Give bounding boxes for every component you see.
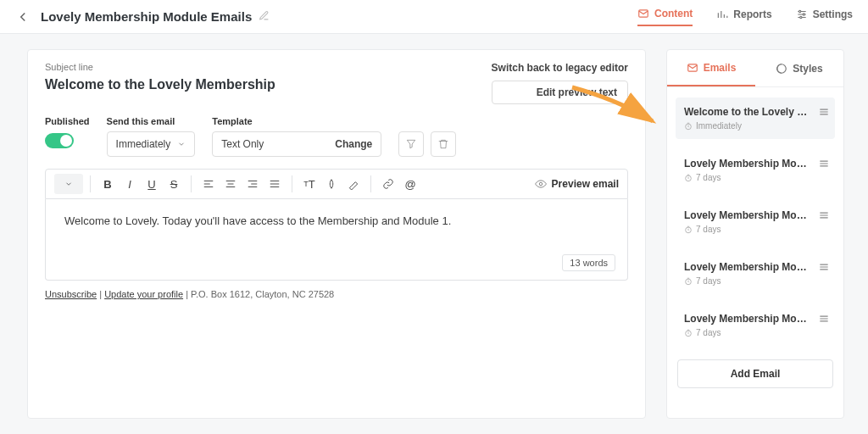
template-label: Template — [212, 116, 381, 126]
paragraph-style-select[interactable] — [54, 174, 83, 194]
email-item[interactable]: Lovely Membership Module 37 days — [676, 201, 835, 242]
template-value: Text Only — [221, 138, 264, 150]
tab-reports-label: Reports — [733, 8, 771, 20]
text-size-button[interactable]: TT — [299, 174, 320, 194]
email-item-title: Lovely Membership Module 4 — [684, 261, 826, 273]
email-body-text: Welcome to Lovely. Today you'll have acc… — [64, 214, 451, 227]
email-item-title: Lovely Membership Module 3 — [684, 209, 826, 221]
side-tab-emails-label: Emails — [704, 62, 737, 74]
topbar: Lovely Membership Module Emails Content … — [0, 0, 868, 34]
drag-handle-icon[interactable] — [818, 106, 830, 120]
svg-point-2 — [803, 13, 804, 14]
send-timing-value: Immediately — [116, 138, 171, 150]
drag-handle-icon[interactable] — [818, 209, 830, 224]
word-count: 13 words — [562, 254, 615, 271]
editor-card: Subject line Welcome to the Lovely Membe… — [27, 49, 646, 419]
side-tab-styles[interactable]: Styles — [755, 50, 843, 86]
unsubscribe-link[interactable]: Unsubscribe — [45, 289, 97, 299]
tab-content-label: Content — [654, 8, 693, 19]
tab-settings[interactable]: Settings — [796, 8, 853, 26]
highlight-button[interactable] — [343, 174, 364, 194]
template-select[interactable]: Text Only Change — [212, 131, 381, 157]
strikethrough-button[interactable]: S — [164, 174, 184, 194]
underline-button[interactable]: U — [142, 174, 162, 194]
italic-button[interactable]: I — [120, 174, 140, 194]
email-item[interactable]: Lovely Membership Module 27 days — [676, 149, 835, 191]
back-arrow-icon[interactable] — [15, 9, 31, 25]
subject-label: Subject line — [45, 62, 492, 72]
align-center-button[interactable] — [220, 174, 241, 194]
email-item[interactable]: Lovely Membership Module 47 days — [676, 253, 835, 294]
email-list-panel: Emails Styles Welcome to the Lovely Memb… — [666, 49, 844, 419]
email-item[interactable]: Lovely Membership Module 57 days — [676, 304, 835, 346]
side-tab-emails[interactable]: Emails — [667, 50, 755, 86]
template-change-button[interactable]: Change — [335, 138, 372, 150]
email-item-delay: 7 days — [684, 328, 826, 337]
send-timing-select[interactable]: Immediately — [107, 131, 196, 157]
svg-point-1 — [798, 10, 800, 12]
email-item-title: Welcome to the Lovely Memb… — [684, 106, 826, 118]
preview-email-button[interactable]: Preview email — [535, 178, 619, 190]
legacy-editor-link[interactable]: Switch back to legacy editor — [492, 62, 628, 74]
page-title: Lovely Membership Module Emails — [41, 9, 252, 24]
published-toggle[interactable] — [45, 133, 74, 148]
send-label: Send this email — [107, 116, 196, 126]
preview-email-label: Preview email — [552, 178, 619, 190]
drag-handle-icon[interactable] — [818, 261, 830, 275]
email-item-delay: 7 days — [684, 225, 826, 234]
tab-content[interactable]: Content — [637, 8, 693, 26]
add-email-button[interactable]: Add Email — [677, 359, 833, 388]
drag-handle-icon[interactable] — [818, 313, 830, 327]
footer-address: P.O. Box 1612, Clayton, NC 27528 — [191, 289, 334, 299]
svg-point-3 — [799, 16, 801, 18]
delete-button[interactable] — [431, 131, 456, 157]
svg-point-4 — [539, 182, 542, 186]
align-justify-button[interactable] — [264, 174, 285, 194]
email-item-delay: 7 days — [684, 276, 826, 286]
editor-toolbar: B I U S TT @ Preview email — [45, 169, 628, 199]
email-item-title: Lovely Membership Module 2 — [684, 158, 826, 170]
side-tab-styles-label: Styles — [793, 63, 822, 75]
blockquote-button[interactable] — [321, 174, 342, 194]
bold-button[interactable]: B — [97, 174, 118, 194]
mention-button[interactable]: @ — [400, 174, 420, 194]
edit-preview-button[interactable]: Edit preview text — [492, 81, 628, 104]
link-button[interactable] — [378, 174, 398, 194]
align-left-button[interactable] — [198, 174, 219, 194]
email-item-delay: 7 days — [684, 173, 826, 182]
published-label: Published — [45, 116, 90, 126]
filter-button[interactable] — [398, 131, 424, 157]
email-item-title: Lovely Membership Module 5 — [684, 313, 826, 325]
tab-settings-label: Settings — [813, 8, 853, 20]
drag-handle-icon[interactable] — [818, 158, 830, 172]
email-item-delay: Immediately — [684, 121, 826, 131]
editor-body[interactable]: Welcome to Lovely. Today you'll have acc… — [45, 199, 628, 281]
email-footer: Unsubscribe | Update your profile | P.O.… — [45, 289, 628, 299]
align-right-button[interactable] — [242, 174, 263, 194]
subject-value[interactable]: Welcome to the Lovely Membership — [45, 77, 492, 92]
update-profile-link[interactable]: Update your profile — [104, 289, 183, 299]
tab-reports[interactable]: Reports — [716, 8, 771, 26]
email-item[interactable]: Welcome to the Lovely Memb…Immediately — [676, 97, 835, 139]
edit-title-icon[interactable] — [259, 10, 270, 24]
